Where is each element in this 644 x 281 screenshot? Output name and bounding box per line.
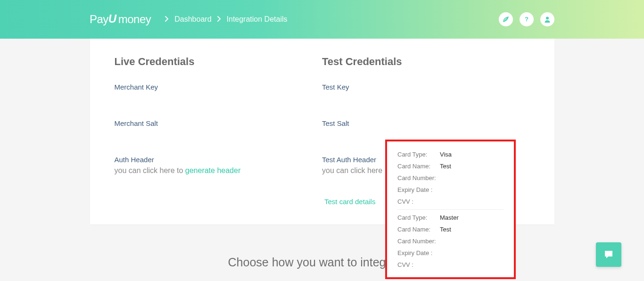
help-icon[interactable]: ? [520,12,534,26]
chat-button[interactable] [596,242,621,267]
cvv-label: CVV : [397,261,440,268]
test-salt-label: Test Salt [322,119,530,127]
chevron-right-icon [217,16,221,23]
card-type-label: Card Type: [397,151,440,158]
chat-icon [603,249,614,260]
auth-header-label: Auth Header [115,156,322,164]
merchant-key-label: Merchant Key [115,83,322,91]
logo-text-pay: Pay [90,13,108,26]
breadcrumb: Dashboard Integration Details [159,15,287,24]
generate-header-link[interactable]: generate header [185,166,240,174]
content-wrapper: Live Credentials Merchant Key Merchant S… [0,39,644,224]
page-header: PayUmoney Dashboard Integration Details … [0,0,644,39]
header-actions: ? [499,12,554,26]
card-type-label: Card Type: [397,214,440,221]
svg-point-1 [546,17,549,20]
svg-text:?: ? [525,16,528,23]
logo-text-money: money [118,13,151,26]
logo[interactable]: PayUmoney [90,13,151,26]
live-credentials-title: Live Credentials [115,56,322,68]
card-name-label: Card Name: [397,163,440,170]
expiry-label: Expiry Date : [397,186,440,193]
live-credentials-column: Live Credentials Merchant Key Merchant S… [115,56,322,206]
auth-help-text: you can click here to generate header [115,166,322,175]
expiry-label: Expiry Date : [397,249,440,256]
chevron-right-icon [165,16,169,23]
merchant-salt-label: Merchant Salt [115,119,322,127]
integrate-heading: Choose how you want to integrate... [0,256,644,269]
test-auth-help-prefix: you can click here [322,166,382,174]
card-name-value: Test [440,163,451,170]
logo-text-u: U [108,12,116,25]
cvv-label: CVV : [397,198,440,205]
test-key-label: Test Key [322,83,530,91]
card-number-label: Card Number: [397,238,440,245]
test-credentials-title: Test Credentials [322,56,530,68]
breadcrumb-integration-details[interactable]: Integration Details [227,15,288,24]
breadcrumb-dashboard[interactable]: Dashboard [174,15,211,24]
user-icon[interactable] [540,12,554,26]
auth-help-prefix: you can click here to [115,166,185,174]
card-name-value: Test [440,226,451,233]
card-name-label: Card Name: [397,226,440,233]
leaf-icon[interactable] [499,12,513,26]
card-type-value: Visa [440,151,452,158]
popover-divider [397,209,504,210]
card-type-value: Master [440,214,459,221]
test-card-popover: Card Type:Visa Card Name:Test Card Numbe… [385,140,516,279]
card-number-label: Card Number: [397,174,440,182]
